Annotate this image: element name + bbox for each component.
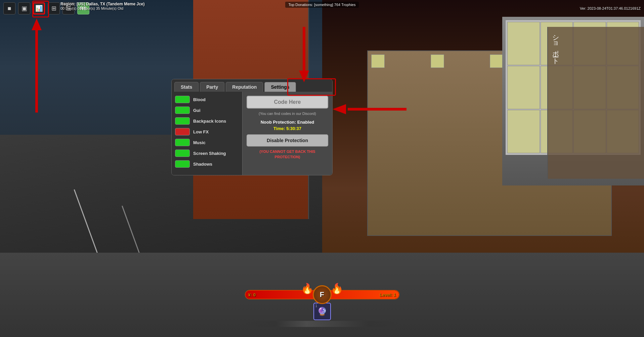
toggle-music-label: Music <box>193 140 206 145</box>
toggle-shadows-btn[interactable] <box>175 160 190 168</box>
tab-stats[interactable]: Stats <box>174 82 199 92</box>
tab-party[interactable]: Party <box>200 82 224 92</box>
weapon-bar <box>245 321 399 327</box>
emblem-letter: F <box>320 290 324 299</box>
japanese-shop: ショポート <box>547 27 644 178</box>
protection-warning-text: (YOU CANNOT GET BACK THIS PROTECTION) <box>247 149 328 160</box>
bottom-hud: ¥: 0 Level: 1 🔥 🔥 F 1 🔮 <box>245 290 399 327</box>
tab-reputation[interactable]: Reputation <box>226 82 263 92</box>
flame-right: 🔥 <box>331 283 343 294</box>
toggle-screenshake-label: Screen Shaking <box>193 151 226 156</box>
protection-timer-display: Time: 5:30:37 <box>247 126 328 131</box>
toggle-blood-btn[interactable] <box>175 96 190 103</box>
menu-panel: Stats Party Reputation Settings Blood Gu… <box>171 79 333 175</box>
hud-icon-grid[interactable]: ⊞ <box>48 2 60 14</box>
settings-panel: (You can find codes in our Discord) Noob… <box>242 92 332 175</box>
slot-icon-1: 🔮 <box>317 307 327 316</box>
version-text: Ver: 2023-08-24T01:37:46.0121691Z <box>580 6 641 10</box>
hud-icon-stats[interactable]: 📊 <box>33 2 45 14</box>
server-region: Region: [US] Dallas, TX (Tandem Meme Jce… <box>60 2 145 6</box>
toggle-screenshake: Screen Shaking <box>175 150 239 157</box>
health-bar-wrapper: ¥: 0 Level: 1 🔥 🔥 F <box>245 290 399 299</box>
flame-left: 🔥 <box>301 283 313 294</box>
toggle-shadows: Shadows <box>175 160 239 168</box>
toggle-backpack-label: Backpack Icons <box>193 119 226 124</box>
timer-value: 5:30:37 <box>286 126 301 131</box>
xp-label: ¥: 0 <box>248 292 256 297</box>
toggle-music-btn[interactable] <box>175 139 190 146</box>
health-emblem: 🔥 🔥 F <box>313 285 332 304</box>
arrow-to-protection <box>333 104 406 114</box>
protection-status-text: Noob Protection: Enabled <box>247 120 328 125</box>
toggles-panel: Blood Gui Backpack Icons Low FX Music Sc <box>172 92 242 175</box>
top-donation-bar: Top Donations: [something] 764 Trophies <box>285 2 359 8</box>
hotbar: 1 🔮 <box>313 303 331 320</box>
toggle-backpack: Backpack Icons <box>175 117 239 125</box>
emblem-circle: F <box>313 285 332 304</box>
toggle-lowfx-label: Low FX <box>193 129 209 134</box>
level-label: Level: 1 <box>380 292 396 297</box>
menu-body: Blood Gui Backpack Icons Low FX Music Sc <box>172 92 332 175</box>
svg-marker-3 <box>299 71 309 82</box>
arrow-to-settings <box>299 27 309 82</box>
health-bar-container: ¥: 0 Level: 1 🔥 🔥 F <box>245 290 399 299</box>
toggle-music: Music <box>175 139 239 146</box>
hud-icon-2[interactable]: ▣ <box>18 2 30 14</box>
code-input-field[interactable] <box>247 96 328 109</box>
toggle-backpack-btn[interactable] <box>175 117 190 125</box>
version-info: Ver: 2023-08-24T01:37:46.0121691Z <box>580 6 641 10</box>
toggle-shadows-label: Shadows <box>193 162 212 167</box>
disable-protection-button[interactable]: Disable Protection <box>247 134 328 146</box>
hotbar-slot-1[interactable]: 1 🔮 <box>313 303 331 320</box>
tab-settings[interactable]: Settings <box>264 82 296 92</box>
server-info: Region: [US] Dallas, TX (Tandem Meme Jce… <box>60 2 145 10</box>
hud-icon-1[interactable]: ■ <box>3 2 15 14</box>
toggle-gui-btn[interactable] <box>175 107 190 114</box>
slot-number-1: 1 <box>315 304 317 308</box>
timer-label: Time: <box>273 126 285 131</box>
toggle-blood: Blood <box>175 96 239 103</box>
arrow-to-stats <box>32 18 42 113</box>
toggle-gui: Gui <box>175 107 239 114</box>
toggle-gui-label: Gui <box>193 108 201 113</box>
svg-marker-1 <box>32 18 42 30</box>
toggle-screenshake-btn[interactable] <box>175 150 190 157</box>
donation-text: Top Donations: [something] 764 Trophies <box>289 3 356 7</box>
discord-hint-text: (You can find codes in our Discord) <box>247 111 328 116</box>
top-hud: ■ ▣ 📊 ⊞ ☰ RS Region: [US] Dallas, TX (Ta… <box>0 0 644 17</box>
svg-marker-5 <box>333 104 346 114</box>
toggle-lowfx-btn[interactable] <box>175 128 190 135</box>
server-uptime: 00 Day(s) 08 Hour(s) 35 Minute(s) Old <box>60 6 145 10</box>
toggle-lowfx: Low FX <box>175 128 239 135</box>
toggle-blood-label: Blood <box>193 97 206 102</box>
